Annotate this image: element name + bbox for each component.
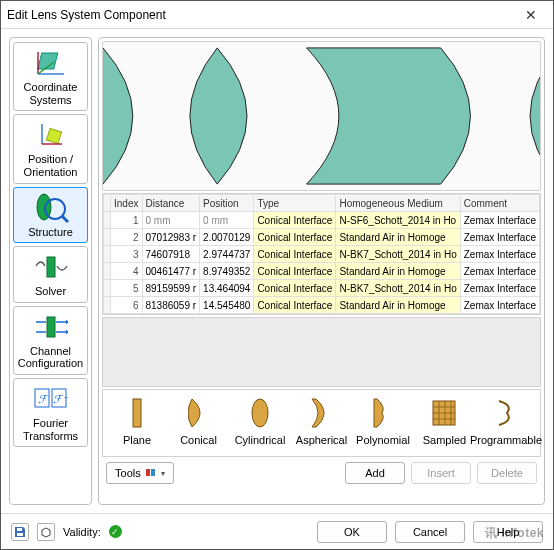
save-icon[interactable] — [11, 523, 29, 541]
fourier-icon: ℱ ℱ⁻¹ — [33, 383, 69, 415]
tools-icon — [145, 467, 157, 479]
sidebar-item-position-orientation[interactable]: Position / Orientation — [13, 114, 88, 183]
svg-rect-28 — [17, 528, 22, 531]
sidebar-item-label: Position / Orientation — [16, 153, 85, 178]
cell-type[interactable]: Conical Interface — [254, 229, 336, 246]
cell-position[interactable]: 2.9744737 — [200, 246, 254, 263]
cell-distance[interactable]: 00461477 r — [142, 263, 200, 280]
cell-medium[interactable]: N-BK7_Schott_2014 in Ho — [336, 246, 460, 263]
chevron-down-icon: ▾ — [161, 469, 165, 478]
palette-item-aspherical[interactable]: Aspherical — [293, 396, 349, 446]
add-button[interactable]: Add — [345, 462, 405, 484]
table-row[interactable]: 681386059 r14.545480Conical InterfaceSta… — [104, 297, 540, 314]
sidebar-item-channel-configuration[interactable]: Channel Configuration — [13, 306, 88, 375]
palette-item-programmable[interactable]: Programmable — [478, 396, 534, 446]
cell-distance[interactable]: 07012983 r — [142, 229, 200, 246]
palette-item-plane[interactable]: Plane — [109, 396, 165, 446]
preview-3d-icon[interactable] — [37, 523, 55, 541]
insert-button[interactable]: Insert — [411, 462, 471, 484]
palette-item-polynomial[interactable]: Polynomial — [355, 396, 411, 446]
validity-label: Validity: — [63, 526, 101, 538]
palette-label: Cylindrical — [235, 434, 286, 446]
cell-position[interactable]: 0 mm — [200, 212, 254, 229]
table-row[interactable]: 10 mm0 mmConical InterfaceN-SF6_Schott_2… — [104, 212, 540, 229]
sidebar-item-label: Solver — [35, 285, 66, 298]
help-button[interactable]: Help — [473, 521, 543, 543]
lens-magnifier-icon — [33, 192, 69, 224]
cell-medium[interactable]: Standard Air in Homoge — [336, 229, 460, 246]
cancel-button[interactable]: Cancel — [395, 521, 465, 543]
cell-comment[interactable]: Zemax Interface — [460, 280, 539, 297]
cell-medium[interactable]: Standard Air in Homoge — [336, 263, 460, 280]
ok-button[interactable]: OK — [317, 521, 387, 543]
cell-index[interactable]: 6 — [111, 297, 142, 314]
cell-position[interactable]: 14.545480 — [200, 297, 254, 314]
cell-comment[interactable]: Zemax Interface — [460, 263, 539, 280]
cell-comment[interactable]: Zemax Interface — [460, 246, 539, 263]
cell-position[interactable]: 8.9749352 — [200, 263, 254, 280]
col-position[interactable]: Position — [200, 195, 254, 212]
cell-medium[interactable]: Standard Air in Homoge — [336, 297, 460, 314]
cell-type[interactable]: Conical Interface — [254, 212, 336, 229]
sidebar-item-structure[interactable]: Structure — [13, 187, 88, 244]
cell-index[interactable]: 1 — [111, 212, 142, 229]
cell-type[interactable]: Conical Interface — [254, 297, 336, 314]
palette-label: Polynomial — [356, 434, 410, 446]
cell-comment[interactable]: Zemax Interface — [460, 212, 539, 229]
col-type[interactable]: Type — [254, 195, 336, 212]
cell-medium[interactable]: N-BK7_Schott_2014 in Ho — [336, 280, 460, 297]
validity-ok-icon: ✓ — [109, 525, 122, 538]
svg-rect-27 — [17, 533, 23, 536]
body: Coordinate Systems Position / Orientatio… — [1, 29, 553, 513]
svg-marker-16 — [66, 320, 68, 324]
palette-item-cylindrical[interactable]: Cylindrical — [232, 396, 288, 446]
surface-aspherical-icon — [306, 396, 336, 430]
table-row[interactable]: 589159599 r13.464094Conical InterfaceN-B… — [104, 280, 540, 297]
cell-index[interactable]: 3 — [111, 246, 142, 263]
cell-index[interactable]: 2 — [111, 229, 142, 246]
table-row[interactable]: 207012983 r2.0070129Conical InterfaceSta… — [104, 229, 540, 246]
surface-palette: PlaneConicalCylindricalAsphericalPolynom… — [102, 389, 541, 457]
sidebar-item-fourier-transforms[interactable]: ℱ ℱ⁻¹ Fourier Transforms — [13, 378, 88, 447]
cell-position[interactable]: 13.464094 — [200, 280, 254, 297]
sidebar-item-coordinate-systems[interactable]: Coordinate Systems — [13, 42, 88, 111]
cell-medium[interactable]: N-SF6_Schott_2014 in Ho — [336, 212, 460, 229]
sidebar-item-label: Coordinate Systems — [16, 81, 85, 106]
palette-label: Conical — [180, 434, 217, 446]
sidebar-item-solver[interactable]: Solver — [13, 246, 88, 303]
axes-cube-icon — [33, 47, 69, 79]
cell-distance[interactable]: 0 mm — [142, 212, 200, 229]
content-panel: Index Distance Position Type Homogeneous… — [98, 37, 545, 505]
sidebar-item-label: Fourier Transforms — [16, 417, 85, 442]
cell-index[interactable]: 4 — [111, 263, 142, 280]
col-medium[interactable]: Homogeneous Medium — [336, 195, 460, 212]
palette-label: Programmable — [470, 434, 542, 446]
surface-plane-icon — [122, 396, 152, 430]
svg-rect-11 — [47, 317, 55, 337]
tools-button[interactable]: Tools ▾ — [106, 462, 174, 484]
cell-distance[interactable]: 74607918 — [142, 246, 200, 263]
table-row[interactable]: 3746079182.9744737Conical InterfaceN-BK7… — [104, 246, 540, 263]
surface-polynomial-icon — [368, 396, 398, 430]
col-distance[interactable]: Distance — [142, 195, 200, 212]
close-icon[interactable]: ✕ — [515, 4, 547, 26]
surfaces-table[interactable]: Index Distance Position Type Homogeneous… — [102, 193, 541, 315]
col-comment[interactable]: Comment — [460, 195, 539, 212]
delete-button[interactable]: Delete — [477, 462, 537, 484]
cell-type[interactable]: Conical Interface — [254, 246, 336, 263]
cell-comment[interactable]: Zemax Interface — [460, 297, 539, 314]
palette-item-conical[interactable]: Conical — [171, 396, 227, 446]
cell-position[interactable]: 2.0070129 — [200, 229, 254, 246]
cell-comment[interactable]: Zemax Interface — [460, 229, 539, 246]
titlebar: Edit Lens System Component ✕ — [1, 1, 553, 29]
palette-item-sampled[interactable]: Sampled — [416, 396, 472, 446]
table-empty-area — [102, 317, 541, 387]
svg-point-23 — [252, 399, 268, 427]
table-row[interactable]: 400461477 r8.9749352Conical InterfaceSta… — [104, 263, 540, 280]
cell-index[interactable]: 5 — [111, 280, 142, 297]
col-index[interactable]: Index — [111, 195, 142, 212]
cell-distance[interactable]: 89159599 r — [142, 280, 200, 297]
cell-type[interactable]: Conical Interface — [254, 280, 336, 297]
cell-distance[interactable]: 81386059 r — [142, 297, 200, 314]
cell-type[interactable]: Conical Interface — [254, 263, 336, 280]
